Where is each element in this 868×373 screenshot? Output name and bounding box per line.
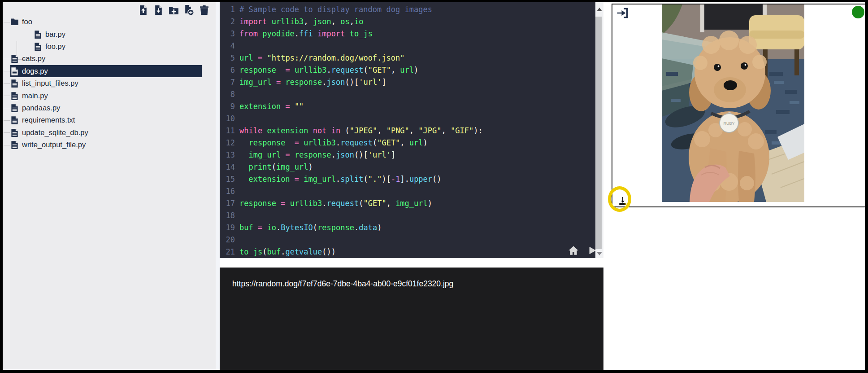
file-icon (10, 128, 19, 137)
tree-item-label: dogs.py (22, 67, 48, 75)
code-line-content: response = urllib3.request("GET", img_ur… (235, 197, 432, 210)
tree-file-foo.py[interactable]: foo.py (10, 40, 202, 53)
tree-file-write_output_file.py[interactable]: write_output_file.py (10, 139, 202, 151)
file-icon (10, 54, 19, 63)
tree-file-dogs.py[interactable]: dogs.py (10, 65, 202, 77)
line-number: 5 (220, 52, 235, 64)
file-icon (10, 116, 19, 124)
code-line-content: img_url = response.json()['url'] (235, 149, 395, 161)
code-line: 14 print(img_url) (220, 161, 595, 173)
line-number: 16 (220, 185, 235, 197)
scrollbar-thumb[interactable] (595, 17, 602, 249)
code-line: 15 extension = img_url.split(".")[-1].up… (220, 173, 595, 185)
preview-border (612, 206, 865, 207)
tree-file-bar.py[interactable]: bar.py (10, 28, 202, 40)
line-number: 7 (220, 76, 235, 88)
line-number: 8 (220, 88, 235, 101)
tree-item-label: main.py (22, 92, 48, 100)
line-number: 18 (220, 210, 235, 222)
line-number: 14 (220, 161, 235, 173)
download-icon[interactable] (617, 196, 628, 206)
folder-icon (10, 18, 19, 26)
line-number: 10 (220, 113, 235, 125)
tree-file-list_input_files.py[interactable]: list_input_files.py (10, 77, 202, 89)
code-line-content (235, 113, 239, 125)
line-number: 21 (220, 246, 235, 258)
code-line: 5url = "https://random.dog/woof.json" (220, 52, 595, 64)
code-line-content: extension = img_url.split(".")[-1].upper… (235, 173, 442, 185)
code-line: 8 (220, 88, 595, 101)
image-preview-panel: RUBY (605, 2, 865, 370)
code-editor[interactable]: 1# Sample code to display random dog ima… (220, 2, 603, 258)
line-number: 2 (220, 16, 235, 28)
code-line: 17response = urllib3.request("GET", img_… (220, 197, 595, 210)
line-number: 11 (220, 125, 235, 137)
code-line-content (235, 210, 239, 222)
home-icon[interactable] (568, 245, 579, 256)
tree-folder-foo[interactable]: foo (10, 16, 202, 28)
code-line-content: from pyodide.ffi import to_js (235, 28, 373, 40)
tree-item-label: update_sqlite_db.py (22, 128, 88, 137)
download-highlight-ring (608, 186, 631, 212)
file-tree: foobar.pyfoo.pycats.pydogs.pylist_input_… (3, 16, 216, 151)
code-line-content: # Sample code to display random dog imag… (235, 4, 432, 16)
tree-item-label: list_input_files.py (22, 79, 78, 88)
tree-item-label: requirements.txt (22, 116, 75, 124)
status-dot (852, 6, 864, 18)
file-icon (10, 104, 19, 112)
code-line: 18 (220, 210, 595, 222)
tree-item-label: foo.py (45, 42, 65, 51)
code-line: 16 (220, 185, 595, 197)
tree-file-update_sqlite_db.py[interactable]: update_sqlite_db.py (10, 127, 202, 139)
upload-file-icon[interactable] (138, 4, 149, 16)
tree-item-label: bar.py (45, 30, 65, 39)
code-line-content: response = urllib3.request("GET", url) (235, 64, 418, 76)
sidebar-scrollbar[interactable] (216, 2, 220, 370)
code-line-content: while extension not in ("JPEG", "PNG", "… (235, 125, 483, 137)
file-icon (10, 67, 19, 75)
code-line: 12 response = urllib3.request("GET", url… (220, 137, 595, 149)
code-line: 3from pyodide.ffi import to_js (220, 28, 595, 40)
file-icon (34, 42, 42, 51)
output-console: https://random.dog/f7ef7d6e-7dbe-4ba4-ab… (220, 268, 603, 370)
code-line: 1# Sample code to display random dog ima… (220, 4, 595, 16)
code-line: 2import urllib3, json, os,io (220, 16, 595, 28)
line-number: 15 (220, 173, 235, 185)
sign-in-icon[interactable] (616, 6, 629, 20)
code-line-content: url = "https://random.dog/woof.json" (235, 52, 405, 64)
new-folder-icon[interactable] (168, 4, 179, 16)
code-line: 9extension = "" (220, 101, 595, 113)
line-number: 4 (220, 40, 235, 52)
code-line: 21to_js(buf.getvalue()) (220, 246, 595, 258)
code-line-content: response = urllib3.request("GET", url) (235, 137, 428, 149)
code-line-content (235, 88, 239, 101)
tree-file-main.py[interactable]: main.py (10, 89, 202, 101)
code-line-content: print(img_url) (235, 161, 313, 173)
download-file-icon[interactable] (153, 4, 164, 16)
code-area[interactable]: 1# Sample code to display random dog ima… (220, 4, 595, 258)
code-line: 4 (220, 40, 595, 52)
file-icon (34, 30, 42, 39)
code-line: 20 (220, 234, 595, 246)
file-icon (10, 140, 19, 149)
scroll-down-icon[interactable] (597, 252, 602, 255)
editor-scrollbar[interactable] (595, 2, 603, 258)
tree-item-label: cats.py (22, 54, 45, 63)
code-line-content: extension = "" (235, 101, 304, 113)
scroll-up-icon[interactable] (597, 8, 602, 11)
tree-file-pandaas.py[interactable]: pandaas.py (10, 102, 202, 114)
new-file-icon[interactable] (183, 4, 195, 16)
code-line-content: import urllib3, json, os,io (235, 16, 363, 28)
line-number: 3 (220, 28, 235, 40)
app-window: foobar.pyfoo.pycats.pydogs.pylist_input_… (3, 2, 865, 370)
tree-file-cats.py[interactable]: cats.py (10, 53, 202, 65)
tree-file-requirements.txt[interactable]: requirements.txt (10, 114, 202, 126)
trash-icon[interactable] (199, 4, 210, 16)
file-icon (10, 92, 19, 100)
code-line: 10 (220, 113, 595, 125)
code-line-content (235, 185, 239, 197)
tree-item-label: foo (22, 18, 32, 26)
dog-photo: RUBY (662, 4, 804, 202)
tree-item-label: pandaas.py (22, 104, 60, 112)
console-output-text: https://random.dog/f7ef7d6e-7dbe-4ba4-ab… (220, 268, 603, 289)
